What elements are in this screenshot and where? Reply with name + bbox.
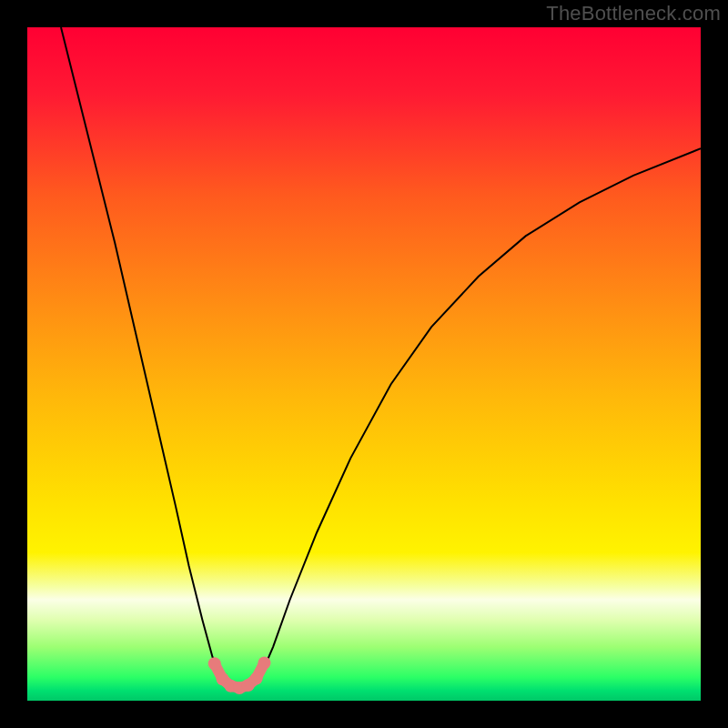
marker-valley-markers-6 xyxy=(258,657,270,670)
bottleneck-plot xyxy=(27,27,701,701)
marker-valley-markers-0 xyxy=(208,657,221,670)
watermark-text: TheBottleneck.com xyxy=(546,2,721,25)
chart-stage: TheBottleneck.com xyxy=(0,0,728,728)
plot-background xyxy=(27,27,701,701)
marker-valley-markers-5 xyxy=(250,672,263,685)
